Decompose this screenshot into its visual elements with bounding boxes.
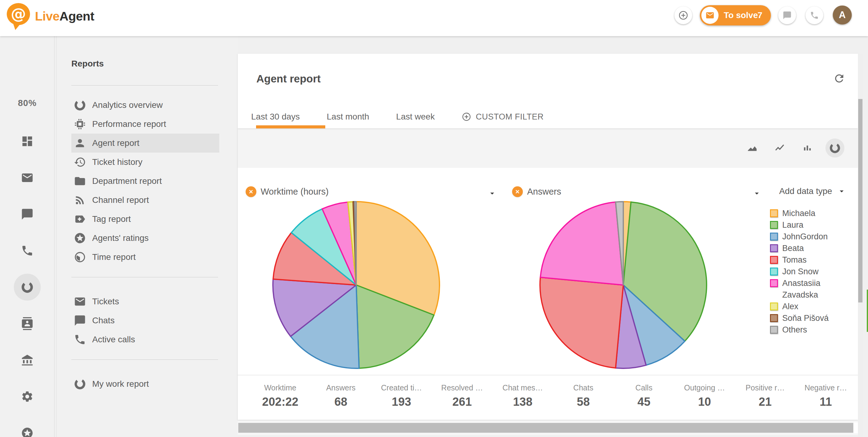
legend-item-beata[interactable]: Beata [770, 242, 853, 254]
rail-button-gear[interactable] [0, 378, 55, 415]
stat-label: Positive r… [735, 383, 796, 392]
sidebar-item-label: Ticket history [92, 157, 143, 167]
tab-last-30-days[interactable]: Last 30 days [238, 105, 313, 128]
sidebar-item-label: Time report [92, 252, 136, 262]
history-icon [74, 156, 86, 168]
sidebar-item-analytics-overview[interactable]: Analytics overview [71, 96, 219, 115]
sidebar-item-channel-report[interactable]: Channel report [71, 191, 219, 210]
user-avatar[interactable]: A [833, 5, 852, 25]
tab-last-week[interactable]: Last week [382, 105, 448, 128]
legend-item-so-a-pi-ov-[interactable]: Soňa Pišová [770, 312, 853, 324]
chat-bubble-icon [74, 314, 86, 327]
clipped-third-chart-edge [867, 290, 868, 332]
star-circle-icon [21, 427, 34, 437]
stat-value: 138 [493, 395, 553, 408]
legend-item-johngordon[interactable]: JohnGordon [770, 231, 853, 242]
horizontal-scrollbar[interactable] [238, 420, 858, 435]
rail-button-contacts[interactable] [0, 305, 55, 342]
caret-down-icon [837, 186, 846, 196]
sidebar-item-my-work-report[interactable]: My work report [71, 375, 219, 394]
icon-rail: 80% [0, 36, 55, 437]
legend-swatch [770, 279, 778, 287]
sidebar-item-active-calls[interactable]: Active calls [71, 330, 219, 349]
chats-button[interactable] [778, 6, 796, 24]
sidebar-item-chats[interactable]: Chats [71, 311, 219, 330]
sidebar-item-department-report[interactable]: Department report [71, 172, 219, 191]
sidebar-item-label: Analytics overview [92, 100, 163, 110]
stat-value: 58 [553, 395, 614, 408]
answers-dropdown-caret-icon[interactable] [752, 189, 762, 198]
stat-label: Negative r… [796, 383, 856, 392]
legend-item-alex[interactable]: Alex [770, 301, 853, 312]
stat-calls: Calls45 [614, 375, 674, 420]
legend-label: Anastasiia Zavadska [782, 277, 843, 301]
worktime-dropdown-caret-icon[interactable] [488, 189, 497, 198]
sidebar-item-ticket-history[interactable]: Ticket history [71, 153, 219, 172]
calls-button[interactable] [806, 6, 823, 24]
chart-type-bar-chart[interactable] [798, 139, 817, 157]
legend-swatch [770, 314, 778, 322]
stats-row: Worktime202:22Answers68Created ti…193Res… [238, 375, 858, 420]
rail-button-star-circle[interactable] [0, 415, 55, 437]
report-header-card: Agent report Last 30 daysLast monthLast … [238, 54, 858, 128]
gear-icon [21, 390, 34, 403]
vertical-scrollbar-thumb[interactable] [858, 99, 863, 302]
legend-label: Michaela [782, 207, 843, 219]
stat-value: 202:22 [250, 395, 311, 408]
add-data-type-dropdown[interactable]: Add data type [779, 186, 846, 196]
sidebar-item-tickets[interactable]: Tickets [71, 292, 219, 311]
rail-button-chat-bubble[interactable] [0, 196, 55, 232]
answers-chart-header: ✕ Answers [512, 186, 561, 197]
chart-type-line-chart[interactable] [770, 139, 789, 157]
sidebar-item-time-report[interactable]: Time report [71, 247, 219, 267]
usage-percent: 80% [0, 98, 55, 108]
brand-wordmark: LiveAgent [35, 9, 94, 24]
legend-item-tomas[interactable]: Tomas [770, 254, 853, 266]
stat-label: Outgoing … [674, 383, 735, 392]
sidebar-item-label: Channel report [92, 195, 149, 205]
remove-answers-button[interactable]: ✕ [512, 186, 523, 197]
horizontal-scrollbar-thumb[interactable] [238, 423, 853, 433]
rail-divider [56, 36, 57, 437]
pie-chart-icon [829, 142, 841, 154]
scrollbar-corner [854, 422, 858, 433]
legend-swatch [770, 209, 778, 217]
sidebar-item-label: Chats [92, 316, 115, 325]
legend-item-jon-snow[interactable]: Jon Snow [770, 266, 853, 277]
area-chart-icon [746, 142, 758, 154]
sidebar-item-agents-ratings[interactable]: Agents' ratings [71, 229, 219, 247]
stat-label: Created ti… [371, 383, 432, 392]
vertical-scrollbar[interactable] [858, 54, 863, 437]
phone-icon [810, 11, 819, 20]
rail-button-mail[interactable] [0, 159, 55, 196]
rail-button-donut-chart[interactable] [0, 269, 55, 305]
worktime-pie-chart[interactable] [271, 200, 441, 372]
refresh-button[interactable] [833, 72, 845, 85]
sidebar-item-agent-report[interactable]: Agent report [71, 134, 219, 153]
to-solve-button[interactable]: To solve 7 [700, 5, 771, 25]
stat-label: Worktime [250, 383, 311, 392]
legend-item-michaela[interactable]: Michaela [770, 207, 853, 219]
legend-item-others[interactable]: Others [770, 324, 853, 336]
stat-value: 11 [796, 395, 856, 408]
chart-type-pie-chart[interactable] [826, 139, 844, 157]
answers-pie-chart[interactable] [538, 200, 708, 372]
rail-button-dashboard[interactable] [0, 123, 55, 159]
chart-type-switcher [743, 128, 844, 168]
donut-chart-icon [74, 99, 86, 111]
rail-button-bank[interactable] [0, 342, 55, 378]
chart-type-area-chart[interactable] [743, 139, 762, 157]
tab-last-month[interactable]: Last month [313, 105, 383, 128]
custom-filter-button[interactable]: CUSTOM FILTER [462, 105, 544, 128]
legend-item-anastasiia-zavadska[interactable]: Anastasiia Zavadska [770, 277, 853, 301]
reports-sidebar: Reports Analytics overviewPerformance re… [57, 36, 238, 437]
rail-button-phone[interactable] [0, 232, 55, 269]
add-new-button[interactable] [675, 6, 692, 24]
stat-value: 10 [674, 395, 735, 408]
remove-worktime-button[interactable]: ✕ [246, 186, 256, 197]
legend-item-laura[interactable]: Laura [770, 219, 853, 231]
date-range-tabs: Last 30 daysLast monthLast weekCUSTOM FI… [238, 105, 544, 128]
sidebar-item-tag-report[interactable]: Tag report [71, 210, 219, 229]
topbar: @ LiveAgent To solve 7 A [0, 0, 868, 36]
sidebar-item-performance-report[interactable]: Performance report [71, 115, 219, 134]
